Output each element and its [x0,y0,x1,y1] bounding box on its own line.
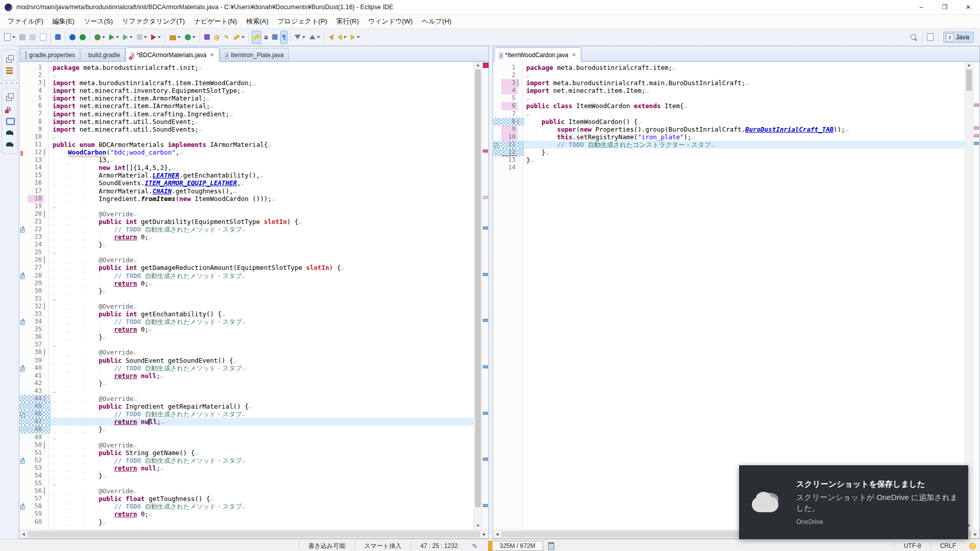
new-wizard-icon[interactable] [3,31,17,44]
pane-sash[interactable] [489,46,493,539]
editor-tab[interactable]: Jx*BDCArmorMaterials.java✕ [126,47,219,62]
search-flashlight-icon[interactable] [232,31,246,44]
dropdown-caret-icon[interactable] [158,36,161,38]
editor-tab[interactable]: gradle.properties [20,48,80,61]
console-icon[interactable] [5,116,14,126]
save-icon[interactable] [18,31,27,44]
vertical-scrollbar[interactable]: ▲▼ [474,62,482,530]
vertical-scrollbar[interactable]: ▲▼ [965,62,973,530]
fold-collapse-icon[interactable] [44,210,45,218]
scroll-down-arrow-icon[interactable]: ▼ [474,522,482,530]
overview-marker[interactable] [483,412,488,415]
run-icon[interactable] [108,31,120,44]
tab-close-icon[interactable]: ✕ [572,52,576,58]
save-all-icon[interactable] [28,31,37,44]
quick-access-search-icon[interactable] [909,31,920,44]
last-edit-location-icon[interactable] [327,31,335,44]
open-task-icon[interactable]: ✎ [223,31,231,44]
debug-icon[interactable] [93,31,107,44]
dropdown-caret-icon[interactable] [192,36,195,38]
scrollbar-thumb[interactable] [28,531,480,537]
scroll-left-arrow-icon[interactable]: ◄ [493,532,501,537]
menu-item[interactable]: ヘルプ(H) [417,15,456,28]
fold-collapse-icon[interactable] [44,348,45,357]
editor-area[interactable]: 1package meta.burodustinrialcraft.item;↵… [493,62,979,530]
back-icon[interactable] [336,31,348,44]
open-console-icon[interactable] [54,31,62,44]
scroll-left-arrow-icon[interactable]: ◄ [19,532,28,537]
print-icon[interactable] [38,31,48,44]
menu-item[interactable]: ファイル(F) [3,15,48,28]
maximize-button[interactable]: ❐ [933,0,957,14]
menu-item[interactable]: 実行(R) [332,15,363,28]
open-perspective-icon[interactable] [925,31,935,44]
profile-icon[interactable] [150,31,162,44]
java-perspective-button[interactable]: J Java [943,32,974,43]
restore-pane-icon[interactable] [5,93,14,102]
show-whitespace-icon[interactable]: ¶ [280,31,287,44]
overview-ruler[interactable] [481,62,488,530]
gradle-tasks-icon[interactable] [5,128,14,137]
dropdown-caret-icon[interactable] [102,36,105,38]
editor-tab[interactable]: J*ItemWoodCardon.java✕ [494,47,581,62]
mark-occurrences-icon[interactable] [252,31,261,44]
overview-marker[interactable] [974,127,979,130]
menu-item[interactable]: 編集(E) [48,15,79,28]
dropdown-caret-icon[interactable] [317,36,320,38]
next-annotation-icon[interactable] [293,31,307,44]
overview-marker[interactable] [483,458,488,461]
dropdown-caret-icon[interactable] [344,36,347,38]
run-garbage-collector-icon[interactable] [548,542,554,550]
call-hierarchy-icon[interactable] [271,31,279,44]
annotation-icon[interactable]: @ [212,31,222,44]
overview-marker[interactable] [483,273,488,276]
menu-item[interactable]: プロジェクト(P) [273,15,332,28]
lightbulb-icon[interactable] [969,543,976,549]
editor-tab[interactable]: JItemIron_Plate.java [220,48,289,61]
menu-item[interactable]: ナビゲート(N) [189,15,241,28]
tab-close-icon[interactable]: ✕ [210,52,214,58]
gradle-executions-icon[interactable] [5,140,14,149]
scrollbar-thumb[interactable] [475,69,481,507]
fold-collapse-icon[interactable] [44,148,45,157]
scroll-up-arrow-icon[interactable]: ▲ [474,62,482,69]
restore-pane-icon[interactable] [5,55,14,64]
dropdown-caret-icon[interactable] [357,36,360,38]
fold-collapse-icon[interactable] [44,256,45,264]
overview-marker[interactable] [974,104,979,107]
overview-marker[interactable] [483,227,488,230]
dropdown-caret-icon[interactable] [116,36,119,38]
overview-marker[interactable] [483,319,488,322]
fold-collapse-icon[interactable] [44,487,45,495]
onedrive-notification-toast[interactable]: スクリーンショットを保存しました スクリーンショットが OneDrive に追加… [739,465,968,539]
overview-marker[interactable] [483,149,488,153]
close-button[interactable]: ✕ [957,0,980,14]
overview-marker[interactable] [974,142,979,145]
dropdown-caret-icon[interactable] [178,36,181,38]
menu-item[interactable]: 検索(A) [241,15,273,28]
overview-ruler[interactable] [972,62,979,530]
strip-drag-handle[interactable]: ▪ ▪ ▪ ▪ [0,82,19,86]
overview-marker[interactable] [483,196,488,199]
horizontal-scrollbar[interactable]: ◄► [19,530,488,538]
package-explorer-icon[interactable] [5,66,14,76]
show-source-icon[interactable]: a [262,31,270,44]
dropdown-caret-icon[interactable] [302,36,305,38]
stop-icon[interactable] [135,31,149,44]
dropdown-caret-icon[interactable] [12,36,15,38]
forward-icon[interactable] [349,31,361,44]
dropdown-caret-icon[interactable] [241,36,244,38]
menu-item[interactable]: ソース(S) [79,15,117,28]
overview-marker[interactable] [974,134,979,137]
open-type-icon[interactable] [203,31,211,44]
scroll-up-arrow-icon[interactable]: ▲ [965,62,973,69]
fold-collapse-icon[interactable] [44,302,45,311]
fold-collapse-icon[interactable] [518,79,519,87]
fold-collapse-icon[interactable] [44,394,45,403]
refresh-gradle-icon[interactable] [78,31,87,44]
new-class-icon[interactable] [183,31,197,44]
minimize-button[interactable]: – [910,0,933,14]
overview-marker[interactable] [483,365,488,368]
scrollbar-thumb[interactable] [966,69,972,91]
new-java-project-icon[interactable] [168,31,182,44]
